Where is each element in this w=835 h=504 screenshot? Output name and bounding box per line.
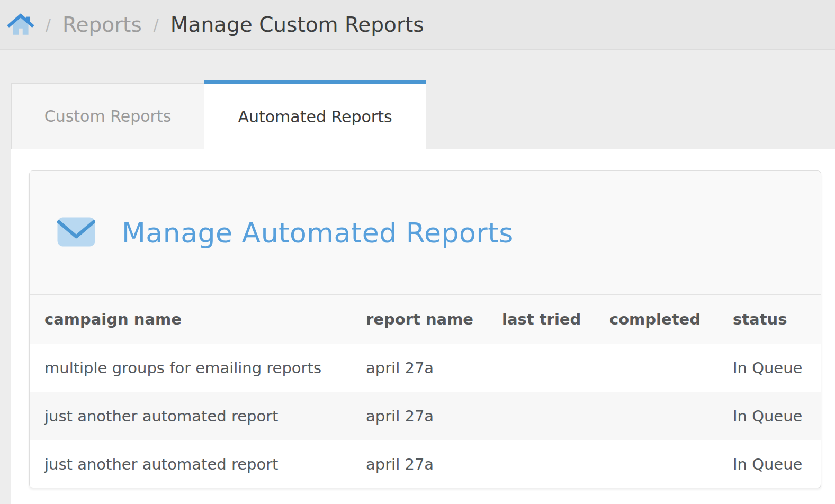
table-row: multiple groups for emailing reports apr… bbox=[30, 344, 821, 392]
cell-status: In Queue bbox=[733, 344, 821, 392]
cell-last-tried bbox=[502, 440, 609, 488]
table-row: just another automated report april 27a … bbox=[30, 440, 821, 488]
breadcrumb-current-page: Manage Custom Reports bbox=[170, 13, 424, 37]
cell-completed bbox=[609, 392, 733, 440]
cell-report-name: april 27a bbox=[366, 392, 502, 440]
tab-automated-reports[interactable]: Automated Reports bbox=[204, 80, 426, 149]
column-header-report-name: report name bbox=[366, 295, 502, 344]
table-header-row: campaign name report name last tried com… bbox=[30, 295, 821, 344]
automated-reports-table: campaign name report name last tried com… bbox=[30, 295, 821, 488]
panel-header: Manage Automated Reports bbox=[30, 171, 821, 295]
column-header-status: status bbox=[733, 295, 821, 344]
cell-report-name: april 27a bbox=[366, 440, 502, 488]
cell-completed bbox=[609, 440, 733, 488]
envelope-icon bbox=[57, 217, 95, 249]
breadcrumb-separator: / bbox=[154, 15, 159, 34]
report-tabs: Custom Reports Automated Reports bbox=[11, 83, 835, 149]
table-row: just another automated report april 27a … bbox=[30, 392, 821, 440]
home-icon bbox=[7, 12, 34, 38]
tab-content-area: Manage Automated Reports campaign name r… bbox=[11, 149, 835, 504]
tab-custom-reports[interactable]: Custom Reports bbox=[11, 83, 204, 149]
column-header-last-tried: last tried bbox=[502, 295, 609, 344]
cell-completed bbox=[609, 344, 733, 392]
cell-campaign-name: just another automated report bbox=[30, 392, 366, 440]
automated-reports-panel: Manage Automated Reports campaign name r… bbox=[29, 170, 821, 488]
tab-automated-reports-label: Automated Reports bbox=[238, 107, 392, 126]
panel-title: Manage Automated Reports bbox=[122, 217, 514, 249]
tab-custom-reports-label: Custom Reports bbox=[44, 107, 172, 125]
home-link[interactable] bbox=[7, 12, 34, 38]
column-header-campaign-name: campaign name bbox=[30, 295, 366, 344]
cell-status: In Queue bbox=[733, 392, 821, 440]
cell-status: In Queue bbox=[733, 440, 821, 488]
cell-campaign-name: multiple groups for emailing reports bbox=[30, 344, 366, 392]
breadcrumb-item-reports[interactable]: Reports bbox=[62, 13, 142, 37]
cell-last-tried bbox=[502, 344, 609, 392]
cell-last-tried bbox=[502, 392, 609, 440]
column-header-completed: completed bbox=[609, 295, 733, 344]
cell-campaign-name: just another automated report bbox=[30, 440, 366, 488]
cell-report-name: april 27a bbox=[366, 344, 502, 392]
breadcrumb-separator: / bbox=[46, 15, 51, 34]
breadcrumb: / Reports / Manage Custom Reports bbox=[0, 0, 835, 50]
